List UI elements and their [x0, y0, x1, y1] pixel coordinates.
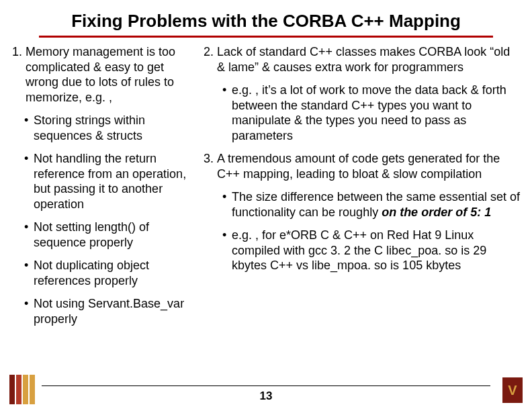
right-column: 2. Lack of standard C++ classes makes CO… — [204, 44, 520, 334]
bullet-storing-strings: • Storing strings within sequences & str… — [24, 113, 197, 143]
point-3-number: 3. — [204, 151, 217, 181]
bullet-eorb: • e.g. , for e*ORB C & C++ on Red Hat 9 … — [222, 228, 520, 273]
bullet-text: Not handling the return reference from a… — [34, 151, 197, 212]
point-2-number: 2. — [204, 44, 217, 75]
bullet-text: Storing strings within sequences & struc… — [34, 113, 197, 143]
bullet-text: Not using Servant.Base_var properly — [34, 296, 197, 326]
point-1-text: Memory management is too complicated & e… — [26, 44, 197, 105]
footer: 13 V — [0, 371, 532, 406]
slide: Fixing Problems with the CORBA C++ Mappi… — [0, 0, 532, 411]
bullet-text: Not setting length() of sequence properl… — [34, 220, 197, 250]
bullet-icon: • — [24, 296, 34, 326]
bullet-size-em: on the order of 5: 1 — [382, 205, 491, 219]
bullet-size-diff: • The size difference between the same e… — [222, 189, 520, 220]
point-3: 3. A tremendous amount of code gets gene… — [204, 151, 520, 181]
bullet-text: The size difference between the same ess… — [232, 189, 520, 220]
bullet-return-reference: • Not handling the return reference from… — [24, 151, 197, 212]
vanderbilt-logo-icon: V — [502, 377, 523, 403]
bullet-icon: • — [222, 228, 232, 273]
point-2-text: Lack of standard C++ classes makes CORBA… — [217, 44, 520, 75]
bullet-object-refs: • Not duplicating object references prop… — [24, 258, 197, 288]
vanderbilt-v: V — [508, 383, 517, 398]
bullet-servant-base: • Not using Servant.Base_var properly — [24, 296, 197, 326]
bullet-text: e.g. , it’s a lot of work to move the da… — [232, 83, 520, 143]
bullet-icon: • — [24, 113, 34, 143]
point-3-text: A tremendous amount of code gets generat… — [217, 151, 520, 181]
bullet-icon: • — [24, 220, 34, 250]
point-1: 1. Memory management is too complicated … — [12, 44, 197, 105]
bullet-text: Not duplicating object references proper… — [34, 258, 197, 288]
bullet-icon: • — [222, 83, 232, 143]
bullet-icon: • — [24, 258, 34, 288]
page-number: 13 — [0, 390, 532, 403]
bullet-length: • Not setting length() of sequence prope… — [24, 220, 197, 250]
bullet-icon: • — [24, 151, 34, 212]
content-columns: 1. Memory management is too complicated … — [12, 44, 520, 334]
point-1-number: 1. — [12, 44, 26, 105]
bullet-icon: • — [222, 189, 232, 220]
bullet-data-back-forth: • e.g. , it’s a lot of work to move the … — [222, 83, 520, 143]
left-column: 1. Memory management is too complicated … — [12, 44, 197, 334]
point-2: 2. Lack of standard C++ classes makes CO… — [204, 44, 520, 75]
bullet-text: e.g. , for e*ORB C & C++ on Red Hat 9 Li… — [232, 228, 520, 273]
slide-title: Fixing Problems with the CORBA C++ Mappi… — [39, 8, 493, 38]
footer-divider — [42, 385, 490, 386]
